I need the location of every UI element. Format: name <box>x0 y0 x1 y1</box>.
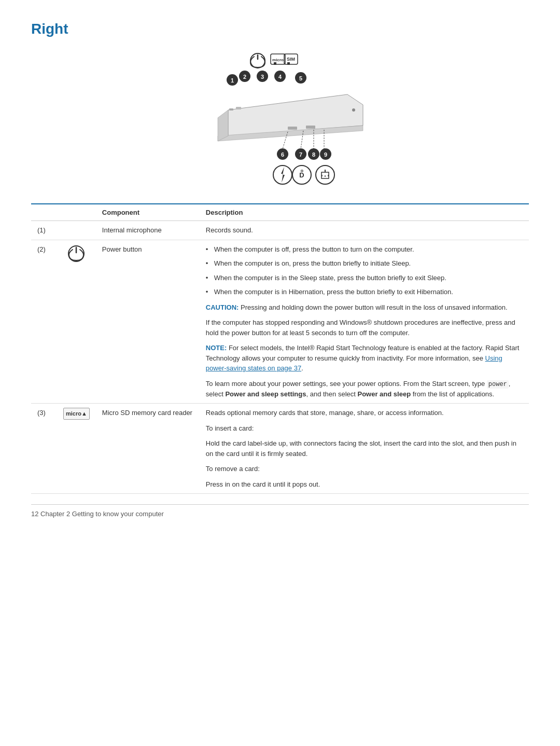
power-icon <box>67 244 86 263</box>
micro-insert-desc: Hold the card label-side up, with connec… <box>206 438 523 459</box>
micro-sd-icon: micro▲ <box>63 408 90 420</box>
svg-text:3: 3 <box>261 74 264 80</box>
row-icon <box>57 221 96 240</box>
bold-power-settings: Power and sleep settings <box>225 390 306 398</box>
caution-label: CAUTION: <box>206 303 239 311</box>
svg-point-4 <box>352 108 355 112</box>
list-item: When the computer is in the Sleep state,… <box>206 273 523 283</box>
row-component: Power button <box>96 240 200 404</box>
note-text: For select models, the Intel® Rapid Star… <box>206 344 520 362</box>
power-bullet-list: When the computer is off, press the butt… <box>206 244 523 297</box>
row-component: Internal microphone <box>96 221 200 240</box>
micro-remove-desc: Press in on the card it until it pops ou… <box>206 479 523 490</box>
list-item: When the computer is on, press the butto… <box>206 258 523 269</box>
row-num: (1) <box>31 221 57 240</box>
code-power: power <box>487 380 509 389</box>
table-row: (2) Power button When the computer is of… <box>31 240 529 404</box>
row-description: When the computer is off, press the butt… <box>200 240 529 404</box>
page-title: Right <box>31 21 529 37</box>
row-description: Reads optional memory cards that store, … <box>200 404 529 494</box>
row-num: (3) <box>31 404 57 494</box>
component-table: Component Description (1) Internal micro… <box>31 203 529 494</box>
svg-rect-3 <box>306 126 315 129</box>
col-header-component: Component <box>96 204 200 221</box>
svg-text:2: 2 <box>243 74 246 80</box>
svg-rect-1 <box>236 107 241 109</box>
table-row: (3) micro▲ Micro SD memory card reader R… <box>31 404 529 494</box>
col-header-num <box>31 204 57 221</box>
svg-point-38 <box>316 165 334 184</box>
svg-rect-2 <box>288 127 297 130</box>
row-num: (2) <box>31 240 57 404</box>
svg-text:9: 9 <box>324 151 327 158</box>
svg-rect-14 <box>274 62 276 65</box>
row-description: Records sound. <box>200 221 529 240</box>
table-row: (1) Internal microphone Records sound. <box>31 221 529 240</box>
caution-block: CAUTION: Pressing and holding down the p… <box>206 302 523 313</box>
svg-rect-17 <box>287 62 290 65</box>
svg-text:SIM: SIM <box>287 57 295 62</box>
svg-text:⊕: ⊕ <box>300 169 304 173</box>
col-header-icon <box>57 204 96 221</box>
plain-note-2: To learn more about your power settings,… <box>206 379 523 399</box>
list-item: When the computer is in Hibernation, pre… <box>206 287 523 297</box>
footer-text: 12 Chapter 2 Getting to know your comput… <box>31 510 164 518</box>
svg-text:8: 8 <box>312 151 315 158</box>
svg-rect-0 <box>229 108 233 110</box>
micro-remove-heading: To remove a card: <box>206 464 523 474</box>
row-component: Micro SD memory card reader <box>96 404 200 494</box>
svg-text:1: 1 <box>231 77 234 84</box>
laptop-diagram: 1 2 3 micro SIM 4 5 6 7 <box>171 48 389 193</box>
col-header-description: Description <box>200 204 529 221</box>
table-header-row: Component Description <box>31 204 529 221</box>
svg-text:micro: micro <box>272 58 284 62</box>
svg-text:7: 7 <box>299 151 302 158</box>
footer: 12 Chapter 2 Getting to know your comput… <box>31 504 529 518</box>
list-item: When the computer is off, press the butt… <box>206 244 523 255</box>
micro-desc-1: Reads optional memory cards that store, … <box>206 408 523 418</box>
plain-note-1: If the computer has stopped responding a… <box>206 317 523 338</box>
micro-insert-heading: To insert a card: <box>206 423 523 434</box>
note-block: NOTE: For select models, the Intel® Rapi… <box>206 343 523 374</box>
row-icon-micro: micro▲ <box>57 404 96 494</box>
svg-text:5: 5 <box>299 75 302 81</box>
bold-power-sleep: Power and sleep <box>357 390 411 398</box>
svg-text:6: 6 <box>281 151 284 158</box>
note-label: NOTE: <box>206 344 227 352</box>
svg-text:4: 4 <box>278 74 282 80</box>
caution-text: Pressing and holding down the power butt… <box>241 303 508 311</box>
diagram-area: 1 2 3 micro SIM 4 5 6 7 <box>31 48 529 193</box>
row-icon-power <box>57 240 96 404</box>
